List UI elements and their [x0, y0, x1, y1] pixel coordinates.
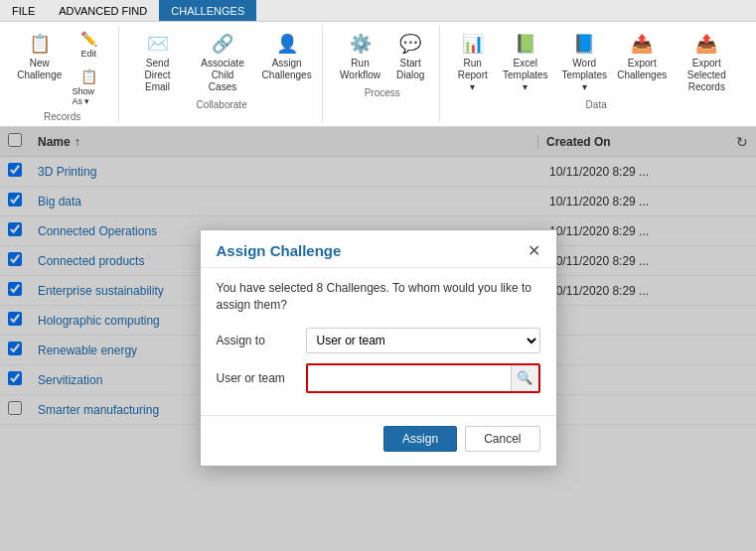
ribbon-btn-show-as-label: Show As ▾ [72, 86, 105, 106]
ribbon-btn-run-workflow-label: RunWorkflow [340, 58, 380, 81]
tab-file[interactable]: FILE [0, 0, 47, 21]
ribbon-btn-send-direct[interactable]: ✉️ Send DirectEmail [129, 26, 186, 97]
ribbon: 📋 NewChallenge ✏️ Edit 📋 Show As ▾ Recor… [0, 22, 756, 127]
modal-title: Assign Challenge [217, 242, 342, 259]
assign-challenge-modal: Assign Challenge ✕ You have selected 8 C… [200, 229, 557, 467]
collaborate-group-label: Collaborate [197, 99, 247, 110]
assign-challenges-icon: 👤 [273, 30, 301, 58]
start-dialog-icon: 💬 [396, 30, 424, 58]
assign-to-field: Assign to User or team [217, 328, 540, 353]
user-team-input[interactable] [308, 367, 511, 389]
export-selected-icon: 📤 [692, 30, 720, 58]
ribbon-btn-export-selected-label: Export SelectedRecords [679, 58, 735, 93]
modal-footer: Assign Cancel [201, 415, 556, 466]
ribbon-btn-excel-label: ExcelTemplates ▾ [503, 58, 548, 93]
ribbon-btn-word[interactable]: 📘 WordTemplates ▾ [555, 26, 612, 97]
ribbon-btn-run-report-label: RunReport ▾ [457, 58, 488, 93]
modal-header: Assign Challenge ✕ [201, 230, 556, 268]
edit-icon: ✏️ [78, 29, 98, 49]
ribbon-group-data: 📊 RunReport ▾ 📗 ExcelTemplates ▾ 📘 WordT… [442, 26, 750, 122]
ribbon-btn-new[interactable]: 📋 NewChallenge [14, 26, 65, 85]
modal-body: You have selected 8 Challenges. To whom … [201, 268, 556, 415]
ribbon-btn-run-workflow[interactable]: ⚙️ RunWorkflow [333, 26, 387, 85]
excel-icon: 📗 [512, 30, 539, 58]
modal-close-button[interactable]: ✕ [528, 243, 540, 259]
ribbon-btn-send-direct-label: Send DirectEmail [136, 58, 179, 93]
ribbon-btn-export-label: ExportChallenges [617, 58, 667, 81]
top-tabs: FILE ADVANCED FIND CHALLENGES [0, 0, 756, 22]
new-challenge-icon: 📋 [26, 30, 54, 58]
user-team-field: User or team 🔍 [217, 363, 540, 393]
ribbon-btn-new-label: NewChallenge [17, 58, 62, 81]
user-team-input-row: 🔍 [306, 363, 540, 393]
modal-description: You have selected 8 Challenges. To whom … [217, 280, 540, 314]
cancel-button[interactable]: Cancel [465, 426, 539, 452]
ribbon-btn-excel[interactable]: 📗 ExcelTemplates ▾ [497, 26, 553, 97]
ribbon-btn-associate-child[interactable]: 🔗 Associate ChildCases [188, 26, 257, 97]
ribbon-btn-start-dialog[interactable]: 💬 StartDialog [389, 26, 431, 85]
ribbon-btn-assign-challenges[interactable]: 👤 AssignChallenges [259, 26, 314, 85]
modal-overlay: Assign Challenge ✕ You have selected 8 C… [0, 127, 756, 551]
assign-to-label: Assign to [217, 334, 306, 347]
assign-button[interactable]: Assign [383, 426, 457, 452]
records-group-label: Records [44, 111, 80, 122]
data-group-label: Data [586, 99, 607, 110]
ribbon-btn-assign-challenges-label: AssignChallenges [262, 58, 312, 81]
word-icon: 📘 [570, 30, 598, 58]
assign-to-select[interactable]: User or team [306, 328, 540, 353]
run-workflow-icon: ⚙️ [347, 30, 375, 58]
ribbon-group-records: 📋 NewChallenge ✏️ Edit 📋 Show As ▾ Recor… [6, 26, 119, 122]
run-report-icon: 📊 [459, 30, 487, 58]
show-as-icon: 📋 [78, 67, 98, 86]
user-team-search-button[interactable]: 🔍 [511, 365, 538, 391]
export-icon: 📤 [628, 30, 656, 58]
ribbon-btn-show-as[interactable]: 📋 Show As ▾ [67, 64, 110, 109]
associate-child-icon: 🔗 [209, 30, 236, 58]
tab-challenges[interactable]: CHALLENGES [159, 0, 256, 21]
process-group-label: Process [365, 87, 400, 98]
ribbon-btn-edit[interactable]: ✏️ Edit [67, 26, 110, 62]
ribbon-btn-start-dialog-label: StartDialog [396, 58, 424, 81]
tab-advanced-find[interactable]: ADVANCED FIND [47, 0, 159, 21]
ribbon-btn-export[interactable]: 📤 ExportChallenges [615, 26, 670, 85]
ribbon-btn-associate-child-label: Associate ChildCases [195, 58, 250, 93]
ribbon-group-collaborate: ✉️ Send DirectEmail 🔗 Associate ChildCas… [121, 26, 323, 122]
ribbon-btn-word-label: WordTemplates ▾ [561, 58, 607, 93]
grid-area: Name ↑ Created On ↻ 3D Printing 10/11/20… [0, 127, 756, 551]
ribbon-btn-run-report[interactable]: 📊 RunReport ▾ [450, 26, 495, 97]
ribbon-btn-edit-label: Edit [81, 49, 97, 59]
user-team-input-wrapper: 🔍 [306, 363, 540, 393]
ribbon-btn-export-selected[interactable]: 📤 Export SelectedRecords [672, 26, 742, 97]
user-team-label: User or team [217, 371, 306, 385]
send-direct-icon: ✉️ [144, 30, 172, 58]
assign-to-value: User or team [306, 328, 540, 353]
ribbon-group-process: ⚙️ RunWorkflow 💬 StartDialog Process [325, 26, 440, 122]
